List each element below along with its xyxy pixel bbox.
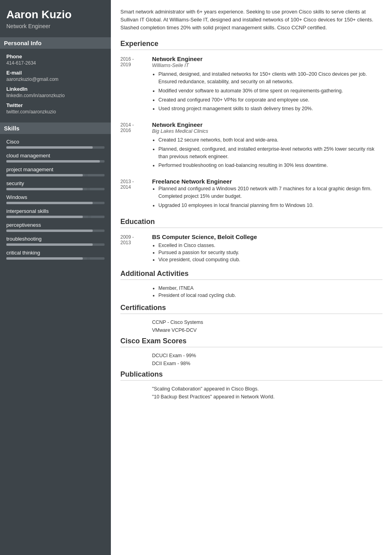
education-content: BS Computer Science, Beloit CollegeExcel…	[152, 233, 382, 264]
education-list: 2009 - 2013BS Computer Science, Beloit C…	[120, 233, 382, 264]
bullet-item: Modified vendor software to automate 30%…	[158, 87, 382, 95]
education-dates: 2009 - 2013	[120, 233, 152, 264]
skill-name: cloud management	[6, 153, 105, 159]
skill-name: critical thinking	[6, 250, 105, 256]
skill-name: interpersonal skills	[6, 208, 105, 214]
certification-item: CCNP - Cisco Systems	[152, 320, 382, 325]
personal-info-section-title: Personal Info	[0, 37, 111, 49]
skill-bar-background	[6, 202, 105, 204]
experience-section: Experience 2016 - 2019Network EngineerWi…	[120, 40, 382, 211]
exam-scores-title: Cisco Exam Scores	[120, 337, 382, 347]
skill-name: troubleshooting	[6, 236, 105, 242]
education-title: Education	[120, 218, 382, 228]
skill-item: cloud management	[6, 153, 105, 163]
skill-bar-marker	[87, 257, 90, 260]
activity-item: President of local road cycling club.	[158, 293, 382, 298]
skill-bar-fill	[6, 188, 83, 190]
main-content: Smart network administrator with 6+ year…	[111, 0, 392, 555]
bullet-item: Upgraded 10 employees in local financial…	[158, 202, 382, 209]
bullet-item: Used strong project management skills to…	[158, 105, 382, 113]
linkedin-label: LinkedIn	[6, 86, 105, 92]
experience-content: Freelance Network EngineerPlanned and co…	[152, 178, 382, 211]
experience-dates: 2014 - 2016	[120, 121, 152, 171]
publication-item: "Scaling Collaboration" appeared in Cisc…	[152, 386, 382, 392]
experience-content: Network EngineerBig Lakes Medical Clinic…	[152, 121, 382, 171]
experience-dates: 2013 - 2014	[120, 178, 152, 211]
experience-bullets: Planned, designed, and installed network…	[152, 71, 382, 113]
bullet-item: Vice president, cloud computing club.	[158, 257, 382, 262]
sidebar: Aaron Kuzio Network Engineer Personal In…	[0, 0, 111, 555]
skill-bar-fill	[6, 202, 93, 204]
skill-bar-fill	[6, 174, 83, 176]
skill-bar-marker	[87, 188, 90, 190]
job-title: Network Engineer	[152, 56, 382, 62]
twitter-value: twitter.com/aaronzkuzio	[6, 109, 105, 115]
phone-label: Phone	[6, 54, 105, 59]
activity-item: Member, ITNEA	[158, 285, 382, 291]
skill-bar-fill	[6, 230, 93, 232]
exam-score-item: DCII Exam - 98%	[152, 361, 382, 366]
bullet-item: Planned and configured a Windows 2010 ne…	[158, 185, 382, 200]
job-title: Freelance Network Engineer	[152, 178, 382, 185]
degree-title: BS Computer Science, Beloit College	[152, 233, 382, 240]
experience-item: 2013 - 2014Freelance Network EngineerPla…	[120, 178, 382, 211]
certifications-title: Certifications	[120, 304, 382, 314]
skill-name: security	[6, 180, 105, 186]
bullet-item: Planned, designed, configured, and insta…	[158, 145, 382, 161]
bullet-item: Excelled in Cisco classes.	[158, 243, 382, 248]
skill-item: security	[6, 180, 105, 190]
education-section: Education 2009 - 2013BS Computer Science…	[120, 218, 382, 264]
skill-bar-background	[6, 257, 105, 260]
experience-dates: 2016 - 2019	[120, 56, 152, 114]
publication-item: "10 Backup Best Practices" appeared in N…	[152, 394, 382, 400]
skill-name: project management	[6, 166, 105, 172]
education-item: 2009 - 2013BS Computer Science, Beloit C…	[120, 233, 382, 264]
certifications-section: Certifications CCNP - Cisco SystemsVMwar…	[120, 304, 382, 333]
bullet-item: Performed troubleshooting on load-balanc…	[158, 162, 382, 169]
skill-name: perceptiveness	[6, 222, 105, 228]
skill-bar-marker	[88, 216, 91, 218]
linkedin-value: linkedin.com/in/aaronzkuzio	[6, 93, 105, 98]
skill-bar-background	[6, 160, 105, 163]
education-bullets: Excelled in Cisco classes.Pursued a pass…	[152, 243, 382, 262]
skills-list: Ciscocloud managementproject managements…	[6, 139, 105, 260]
bullet-item: Created and configured 700+ VPNs for cor…	[158, 96, 382, 104]
summary-text: Smart network administrator with 6+ year…	[120, 8, 382, 32]
skill-bar-background	[6, 230, 105, 232]
company-name: Big Lakes Medical Clinics	[152, 128, 382, 134]
phone-value: 414-617-2634	[6, 60, 105, 66]
publications-section: Publications "Scaling Collaboration" app…	[120, 370, 382, 400]
skill-name: Cisco	[6, 139, 105, 145]
bullet-item: Planned, designed, and installed network…	[158, 71, 382, 86]
skill-bar-background	[6, 174, 105, 176]
skill-bar-fill	[6, 243, 93, 246]
skills-section-title: Skills	[0, 122, 111, 134]
activities-content: Member, ITNEAPresident of local road cyc…	[152, 285, 382, 298]
job-title: Network Engineer	[152, 121, 382, 128]
skill-bar-background	[6, 216, 105, 218]
experience-list: 2016 - 2019Network EngineerWilliams-Seil…	[120, 56, 382, 211]
skill-bar-background	[6, 243, 105, 246]
skill-bar-background	[6, 146, 105, 149]
exam-score-item: DCUCI Exam - 99%	[152, 353, 382, 358]
skill-bar-fill	[6, 160, 100, 163]
skill-bar-fill	[6, 146, 93, 149]
skill-item: interpersonal skills	[6, 208, 105, 218]
bullet-item: Pursued a passion for security study.	[158, 250, 382, 255]
skill-name: Windows	[6, 194, 105, 200]
skill-bar-marker	[85, 174, 88, 176]
exam-scores-section: Cisco Exam Scores DCUCI Exam - 99%DCII E…	[120, 337, 382, 366]
activities-list: Member, ITNEAPresident of local road cyc…	[152, 285, 382, 298]
experience-content: Network EngineerWilliams-Seile ITPlanned…	[152, 56, 382, 114]
experience-item: 2014 - 2016Network EngineerBig Lakes Med…	[120, 121, 382, 171]
skill-item: project management	[6, 166, 105, 176]
skill-item: Windows	[6, 194, 105, 204]
bullet-item: Created 12 secure networks, both local a…	[158, 136, 382, 144]
publications-title: Publications	[120, 370, 382, 381]
experience-bullets: Created 12 secure networks, both local a…	[152, 136, 382, 169]
skill-item: critical thinking	[6, 250, 105, 260]
email-label: E-mail	[6, 70, 105, 76]
certification-item: VMware VCP6-DCV	[152, 327, 382, 333]
skill-item: Cisco	[6, 139, 105, 149]
skill-bar-fill	[6, 257, 83, 260]
